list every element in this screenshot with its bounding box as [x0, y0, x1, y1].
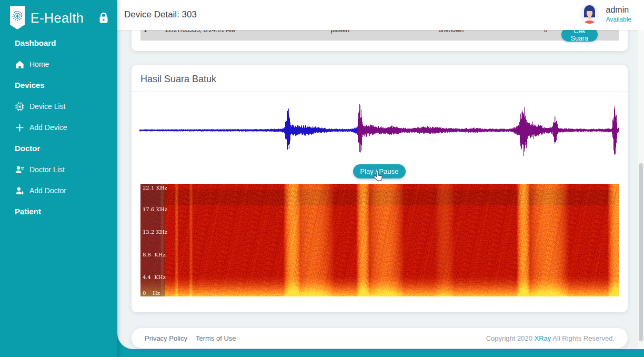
terms-of-use-link[interactable]: Terms of Use [196, 334, 236, 342]
sidebar-item-label: Doctor List [29, 165, 65, 174]
sidebar-heading-patient: Patient [0, 201, 117, 222]
plus-icon [15, 123, 25, 133]
page-title: Device Detail: 303 [124, 9, 197, 20]
sidebar-item-doctor-list[interactable]: Doctor List [0, 159, 117, 180]
add-doctor-icon [15, 186, 25, 196]
footer: Privacy Policy Terms of Use Copyright 20… [132, 328, 628, 348]
sidebar-heading-dashboard: Dashboard [0, 33, 117, 54]
sidebar: E-Health Dashboard Home Devices Device L… [0, 0, 117, 357]
doctor-list-icon [15, 165, 25, 175]
lock-icon[interactable] [97, 12, 110, 24]
cough-waveform-chart [139, 97, 619, 163]
cough-spectrogram-chart [140, 184, 619, 296]
sidebar-heading-devices: Devices [0, 75, 117, 96]
sidebar-item-home[interactable]: Home [0, 54, 117, 75]
copyright-suffix: All Rights Reserved. [552, 334, 615, 342]
user-name: admin [606, 5, 631, 15]
app-title: E-Health [31, 11, 84, 26]
user-status: Available [606, 16, 631, 23]
sidebar-item-label: Device List [29, 102, 65, 111]
copyright-prefix: Copyright 2020 [486, 334, 532, 342]
chip-icon [15, 102, 25, 112]
sidebar-item-add-device[interactable]: Add Device [0, 117, 117, 138]
sidebar-heading-doctor: Doctor [0, 138, 117, 159]
avatar-illustration [580, 4, 599, 24]
app-logo[interactable]: E-Health [0, 0, 117, 32]
hand-cursor-icon [372, 171, 384, 182]
top-header: Device Detail: 303 admin Available [117, 0, 644, 30]
cough-result-card: Hasil Suara Batuk Play / Pause [132, 65, 628, 312]
user-meta: admin Available [606, 5, 631, 23]
scrollbar-track[interactable] [638, 30, 644, 349]
home-icon [15, 60, 25, 70]
sidebar-item-label: Add Doctor [29, 186, 66, 195]
privacy-policy-link[interactable]: Privacy Policy [145, 334, 187, 342]
shield-logo-icon [9, 6, 25, 30]
brand-link[interactable]: XRay [535, 334, 551, 342]
card-title: Hasil Suara Batuk [132, 65, 628, 92]
sidebar-item-device-list[interactable]: Device List [0, 96, 117, 117]
sidebar-item-label: Add Device [29, 123, 67, 132]
copyright-text: Copyright 2020 XRay All Rights Reserved. [486, 334, 615, 342]
sidebar-item-add-doctor[interactable]: Add Doctor [0, 180, 117, 201]
sidebar-item-label: Home [29, 60, 49, 68]
user-chip[interactable]: admin Available [580, 4, 631, 24]
scrollbar-thumb[interactable] [639, 163, 643, 341]
avatar[interactable] [580, 4, 599, 24]
sidebar-menu: Dashboard Home Devices Device List Add D… [0, 33, 117, 222]
